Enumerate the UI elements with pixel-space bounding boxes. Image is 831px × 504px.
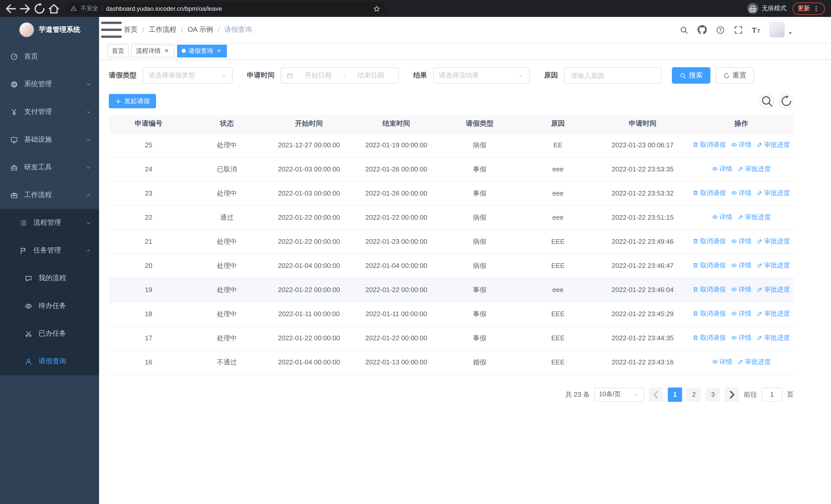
security-warning-label[interactable]: 不安全 <box>81 5 98 12</box>
detail-link[interactable]: 详情 <box>712 213 732 222</box>
detail-link[interactable]: 详情 <box>731 309 751 318</box>
sidebar-item-dev-tools[interactable]: 研发工具 <box>0 153 99 181</box>
reload-icon[interactable] <box>33 2 46 15</box>
approval-progress-link[interactable]: 审批进度 <box>737 213 771 222</box>
apply-time-label: 申请时间 <box>247 71 275 80</box>
approval-progress-link[interactable]: 审批进度 <box>756 285 790 294</box>
kebab-menu-icon[interactable] <box>812 5 820 12</box>
home-icon[interactable] <box>47 2 61 15</box>
question-icon[interactable]: ? <box>716 25 724 34</box>
gear-icon <box>10 80 18 88</box>
cancel-leave-link[interactable]: 取消请假 <box>692 309 726 318</box>
tab-home[interactable]: 首页 <box>107 45 129 57</box>
approval-progress-link[interactable]: 审批进度 <box>756 141 790 149</box>
svg-text:?: ? <box>719 27 722 32</box>
fullscreen-icon[interactable] <box>734 25 742 34</box>
cell-apply-time: 2022-01-22 23:44:35 <box>596 326 689 350</box>
bookmark-star-icon[interactable] <box>373 5 380 12</box>
prev-page-button[interactable] <box>649 387 663 402</box>
cancel-leave-link[interactable]: 取消请假 <box>692 141 726 149</box>
cell-id: 22 <box>109 205 189 230</box>
cancel-leave-link[interactable]: 取消请假 <box>692 334 726 342</box>
detail-link[interactable]: 详情 <box>731 334 751 342</box>
breadcrumb-item-workflow[interactable]: 工作流程 <box>149 25 177 34</box>
approval-progress-link[interactable]: 审批进度 <box>756 261 790 270</box>
approval-progress-link[interactable]: 审批进度 <box>737 358 771 366</box>
search-icon[interactable] <box>679 25 688 34</box>
cancel-leave-link[interactable]: 取消请假 <box>692 261 726 270</box>
cell-leave-type: 病假 <box>440 205 519 230</box>
browser-update-chip[interactable]: 更新 <box>793 2 825 14</box>
url-text[interactable]: dashboard.yudao.iocoder.cn/bpm/oa/leave <box>106 5 222 12</box>
sidebar-item-process-management[interactable]: 流程管理 <box>0 209 99 237</box>
sidebar-item-task-management[interactable]: 任务管理 <box>0 237 99 264</box>
page-button-3[interactable]: 3 <box>706 387 720 402</box>
avatar[interactable] <box>769 22 785 37</box>
cell-start-time: 2022-01-22 00:00:00 <box>265 278 353 302</box>
next-page-button[interactable] <box>725 387 739 402</box>
cell-actions: 取消请假详情审批进度 <box>689 133 794 157</box>
result-select[interactable]: 请选择流结果 <box>433 67 530 84</box>
cancel-leave-link[interactable]: 取消请假 <box>692 189 726 198</box>
close-tab-icon[interactable]: × <box>216 48 222 54</box>
sidebar-item-payment-management[interactable]: 支付管理 <box>0 98 99 126</box>
approval-progress-link[interactable]: 审批进度 <box>756 334 790 342</box>
detail-link[interactable]: 详情 <box>712 165 732 174</box>
sidebar-item-my-processes[interactable]: 我的流程 <box>0 264 99 292</box>
update-label[interactable]: 更新 <box>798 4 810 13</box>
refresh-icon <box>723 72 730 79</box>
tab-label: 首页 <box>112 47 124 55</box>
github-icon[interactable] <box>697 25 707 34</box>
sidebar-item-home[interactable]: 首页 <box>0 42 99 70</box>
app-logo[interactable]: 芋道管理系统 <box>0 17 99 42</box>
cell-apply-time: 2022-01-22 23:51:15 <box>596 205 689 230</box>
detail-link[interactable]: 详情 <box>731 189 751 198</box>
breadcrumb-item-home[interactable]: 首页 <box>124 25 138 34</box>
edit-icon <box>756 238 763 244</box>
sidebar-item-label: 工作流程 <box>24 190 52 200</box>
active-tab-dot <box>182 49 186 53</box>
page-button-2[interactable]: 2 <box>687 387 701 402</box>
address-bar[interactable]: 不安全 dashboard.yudao.iocoder.cn/bpm/oa/le… <box>64 2 386 15</box>
approval-progress-link[interactable]: 审批进度 <box>737 165 771 174</box>
refresh-table-button[interactable] <box>779 94 794 108</box>
tab-process-detail[interactable]: 流程详情× <box>132 45 174 57</box>
page-button-1[interactable]: 1 <box>668 387 682 402</box>
create-leave-button[interactable]: 发起请假 <box>109 94 156 108</box>
tab-leave-query[interactable]: 请假查询× <box>177 45 227 57</box>
sidebar-item-leave-query[interactable]: 请假查询 <box>0 348 99 375</box>
sidebar-item-system-management[interactable]: 系统管理 <box>0 70 99 98</box>
forward-icon[interactable] <box>19 2 32 15</box>
security-warning-icon[interactable] <box>70 5 77 12</box>
cancel-leave-link[interactable]: 取消请假 <box>692 285 726 294</box>
goto-page-input[interactable] <box>762 387 782 402</box>
page-size-select[interactable]: 10条/页 <box>594 387 644 402</box>
sidebar-item-todo-tasks[interactable]: 待办任务 <box>0 292 99 320</box>
incognito-icon <box>747 3 758 14</box>
sidebar-item-workflow[interactable]: 工作流程 <box>0 181 99 209</box>
reason-input[interactable] <box>564 67 662 84</box>
user-menu[interactable] <box>769 22 793 37</box>
approval-progress-link[interactable]: 审批进度 <box>756 237 790 246</box>
leave-type-select[interactable]: 请选择请假类型 <box>143 67 232 84</box>
apply-time-range-picker[interactable]: 开始日期 - 结束日期 <box>281 67 399 84</box>
back-icon[interactable] <box>4 2 18 15</box>
approval-progress-link[interactable]: 审批进度 <box>756 309 790 318</box>
hamburger-icon[interactable] <box>99 17 124 42</box>
sidebar-item-infrastructure[interactable]: 基础设施 <box>0 126 99 153</box>
detail-link[interactable]: 详情 <box>712 358 732 366</box>
detail-link[interactable]: 详情 <box>731 261 751 270</box>
toggle-search-button[interactable] <box>760 94 774 108</box>
breadcrumb-item-oa-example[interactable]: OA 示例 <box>188 25 213 34</box>
search-button[interactable]: 搜索 <box>672 67 710 84</box>
cancel-leave-link[interactable]: 取消请假 <box>692 237 726 246</box>
font-size-icon[interactable]: TT <box>752 26 760 34</box>
detail-link[interactable]: 详情 <box>731 285 751 294</box>
detail-link[interactable]: 详情 <box>731 237 751 246</box>
detail-link[interactable]: 详情 <box>731 141 751 149</box>
approval-progress-link[interactable]: 审批进度 <box>756 189 790 198</box>
sidebar-item-done-tasks[interactable]: 已办任务 <box>0 320 99 348</box>
close-tab-icon[interactable]: × <box>163 48 170 54</box>
cell-actions: 取消请假详情审批进度 <box>689 181 794 205</box>
reset-button[interactable]: 重置 <box>716 67 754 84</box>
